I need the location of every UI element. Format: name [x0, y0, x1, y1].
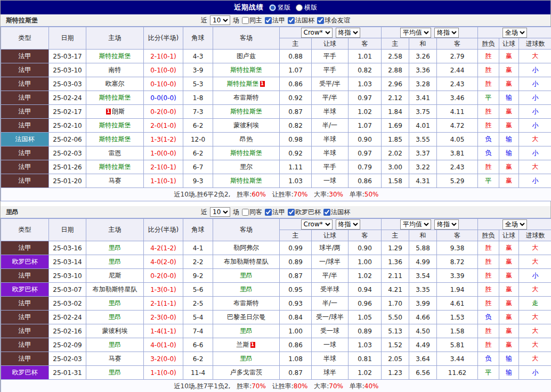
league-type-cell: 法甲: [1, 160, 49, 174]
euro-home-cell: 1.84: [382, 105, 409, 119]
team-name-link[interactable]: 斯特拉斯堡: [99, 135, 131, 143]
bookmaker-select[interactable]: Crow*: [301, 219, 333, 230]
col-header-away: 客场: [213, 27, 280, 50]
team-name-link[interactable]: 里昂: [240, 285, 253, 293]
team-name-link[interactable]: 马赛: [109, 355, 121, 362]
team-name-link[interactable]: 斯特拉斯堡: [99, 52, 131, 60]
fulltime-select[interactable]: 全场: [503, 28, 527, 38]
team-name-link[interactable]: 昂热: [240, 135, 253, 143]
euro-away-cell: 8.72: [437, 255, 478, 269]
team-name-link[interactable]: 斯特拉斯堡: [99, 163, 131, 170]
recent-count-select[interactable]: 10: [210, 15, 230, 25]
odds-stage-select-1[interactable]: 终指: [336, 28, 360, 38]
team-name-link[interactable]: 斯特拉斯堡: [227, 80, 259, 87]
team-name-link[interactable]: 里昂: [109, 341, 121, 348]
team-name-link[interactable]: 布雷斯特: [233, 94, 259, 101]
team-name-link[interactable]: 里昂: [240, 355, 253, 362]
league-filter-2[interactable]: 欧罗巴杯: [288, 208, 321, 217]
team-name-link[interactable]: 斯特拉斯堡: [230, 177, 262, 184]
league-filter-1[interactable]: 法甲: [265, 16, 285, 25]
team-name-link[interactable]: 巴黎圣日尔曼: [227, 313, 265, 321]
team-name-link[interactable]: 卢多戈雷茨: [230, 369, 262, 376]
league-checkbox-3[interactable]: [317, 17, 324, 24]
corner-cell: 7-4: [183, 324, 213, 338]
team-name-link[interactable]: 里尔: [240, 163, 253, 170]
col-header-date: 日期: [49, 27, 86, 50]
recent-count-select[interactable]: 10: [210, 207, 230, 217]
summary-row: 近10场,胜7平1负2, 胜率:70% 让胜率:80% 大率:70% 单率:40…: [1, 380, 551, 392]
team-name-link[interactable]: 斯特拉斯堡: [99, 94, 131, 101]
team-name-link[interactable]: 蒙彼利埃: [233, 121, 259, 129]
team-name-link[interactable]: 布加勒斯特星队: [93, 285, 137, 293]
handicap-cell: 半球: [312, 146, 349, 160]
handicap-result-cell: 赢: [499, 77, 519, 91]
same-venue-filter[interactable]: 同客: [242, 208, 262, 217]
team-name-link[interactable]: 朗斯: [112, 108, 125, 115]
horizontal-radio[interactable]: [296, 4, 303, 11]
bookmaker-select[interactable]: Crow*: [301, 28, 333, 38]
home-odds-cell: 0.88: [280, 50, 312, 63]
average-select[interactable]: 平均值: [400, 219, 431, 230]
league-type-cell: 法甲: [1, 241, 49, 255]
team-name-link[interactable]: 里昂: [109, 244, 121, 251]
corner-cell: 5-3: [183, 77, 213, 91]
away-team-cell: 兰斯1: [213, 338, 280, 352]
euro-away-cell: 2.79: [437, 50, 478, 63]
odds-stage-select-2[interactable]: 终指: [434, 219, 459, 230]
odds-stage-select-1[interactable]: 终指: [336, 219, 360, 230]
vertical-radio[interactable]: [269, 4, 276, 11]
team-name-link[interactable]: 尼斯: [109, 272, 121, 279]
euro-draw-cell: 5.88: [409, 241, 437, 255]
handicap-cell: 半球: [312, 133, 349, 146]
team-name-link[interactable]: 斯特拉斯堡: [230, 66, 262, 74]
euro-home-cell: 2.11: [382, 269, 409, 283]
league-checkbox-3[interactable]: [323, 209, 330, 216]
team-name-link[interactable]: 里昂: [109, 369, 121, 376]
team-name-link[interactable]: 欧塞尔: [106, 80, 125, 87]
same-venue-filter[interactable]: 同主: [242, 16, 262, 25]
team-name-link[interactable]: 斯特拉斯堡: [230, 108, 262, 115]
home-team-cell: 马赛: [86, 174, 144, 188]
sub-header-goals: 进球数: [519, 230, 551, 241]
league-filter-1[interactable]: 法甲: [265, 208, 285, 217]
team-name-link[interactable]: 图卢兹: [237, 52, 256, 60]
same-venue-checkbox[interactable]: [242, 17, 249, 24]
layout-horizontal-option[interactable]: 横版: [296, 3, 317, 12]
goals-result-cell: 大: [519, 133, 551, 146]
league-checkbox-1[interactable]: [265, 209, 272, 216]
same-venue-checkbox[interactable]: [242, 209, 249, 216]
goals-result-cell: 大: [519, 311, 551, 324]
average-select[interactable]: 平均值: [400, 28, 431, 38]
league-checkbox-2[interactable]: [288, 17, 295, 24]
team-name-link[interactable]: 雷恩: [109, 149, 121, 157]
team-name-link[interactable]: 里昂: [109, 299, 121, 307]
league-filter-3[interactable]: 法国杯: [323, 208, 350, 217]
team-name-link[interactable]: 兰斯: [237, 341, 249, 348]
result-cell: 负: [478, 311, 499, 324]
layout-vertical-option[interactable]: 竖版: [269, 3, 290, 12]
team-name-link[interactable]: 蒙彼利埃: [102, 327, 128, 334]
team-name-link[interactable]: 里昂: [109, 258, 121, 265]
team-name-link[interactable]: 斯特拉斯堡: [230, 149, 262, 157]
odds-stage-select-2[interactable]: 终指: [434, 28, 459, 38]
fulltime-select[interactable]: 全场: [503, 219, 527, 230]
league-type-cell: 法甲: [1, 91, 49, 105]
home-team-cell: 尼斯: [86, 269, 144, 283]
league-checkbox-1[interactable]: [265, 17, 272, 24]
team-name-link[interactable]: 里昂: [240, 272, 253, 279]
date-cell: 25-03-02: [49, 297, 86, 311]
team-name-link[interactable]: 斯特拉斯堡: [99, 121, 131, 129]
recent-label: 近: [201, 208, 207, 217]
team-name-link[interactable]: 马赛: [109, 177, 121, 184]
team-name-link[interactable]: 布雷斯特: [233, 299, 259, 307]
league-checkbox-2[interactable]: [288, 209, 295, 216]
team-name-link[interactable]: 里昂: [240, 327, 253, 334]
team-name-link[interactable]: 布加勒斯特星队: [224, 258, 269, 265]
team-name-link[interactable]: 里昂: [109, 313, 121, 321]
league-filter-2[interactable]: 法国杯: [288, 16, 314, 25]
away-team-cell: 斯特拉斯堡: [213, 63, 280, 77]
team-name-link[interactable]: 南特: [109, 66, 121, 74]
team-name-link[interactable]: 勒阿弗尔: [233, 244, 259, 251]
league-filter-3[interactable]: 球会友谊: [317, 16, 350, 25]
euro-draw-cell: 3.99: [409, 297, 437, 311]
